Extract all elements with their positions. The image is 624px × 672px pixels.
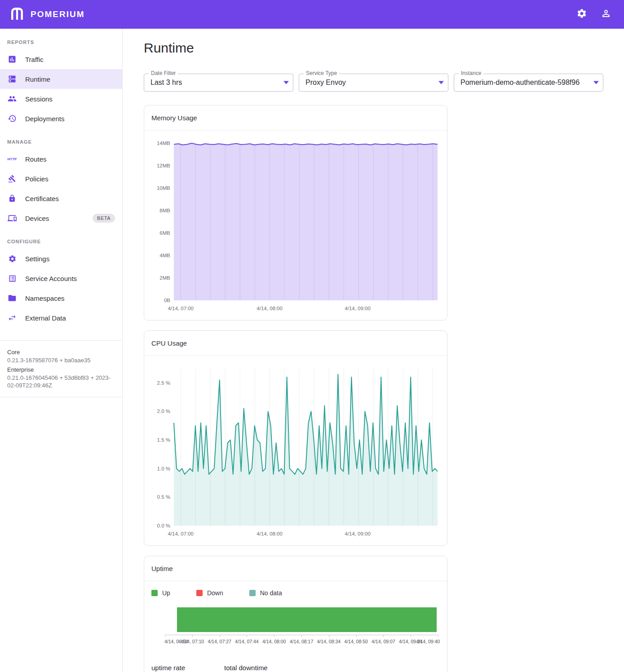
history-icon bbox=[7, 114, 17, 123]
sidebar-item-sessions[interactable]: Sessions bbox=[0, 89, 122, 109]
sidebar-item-settings[interactable]: Settings bbox=[0, 249, 122, 268]
svg-text:8MB: 8MB bbox=[159, 208, 170, 213]
service-type-select[interactable]: Service Type Proxy Envoy bbox=[299, 74, 448, 92]
svg-text:1.0 %: 1.0 % bbox=[157, 466, 170, 471]
instance-label: Instance bbox=[459, 70, 483, 76]
svg-text:14MB: 14MB bbox=[157, 141, 170, 146]
sidebar-item-label: Policies bbox=[25, 175, 49, 183]
devices-icon bbox=[7, 213, 17, 223]
sidebar-item-label: Certificates bbox=[25, 195, 59, 202]
sidebar-item-service-accounts[interactable]: Service Accounts bbox=[0, 268, 122, 288]
sidebar-item-certificates[interactable]: Certificates bbox=[0, 189, 122, 208]
cpu-usage-chart: 0.0 %0.5 %1.0 %1.5 %2.0 %2.5 %4/14, 07:0… bbox=[149, 363, 443, 539]
instance-value: Pomerium-demo-authenticate-598f96 bbox=[460, 79, 580, 87]
sidebar: REPORTS Traffic Runtime Sessions Deploym… bbox=[0, 29, 123, 672]
uptime-axis-tick bbox=[165, 635, 165, 637]
uptime-axis-label: 4/14, 09:07 bbox=[372, 639, 395, 644]
total-downtime-label: total downtime bbox=[224, 664, 297, 672]
svg-text:4MB: 4MB bbox=[159, 253, 170, 258]
enterprise-version-value: 0.21.0-1676045406 + 53d6bf83 + 2023-02-0… bbox=[7, 374, 115, 390]
settings-gear-button[interactable] bbox=[573, 5, 591, 23]
sidebar-item-label: Devices bbox=[25, 215, 49, 222]
bar-chart-icon bbox=[7, 54, 17, 64]
gear-icon bbox=[576, 8, 587, 21]
memory-usage-chart: 0B2MB4MB6MB8MB10MB12MB14MB4/14, 07:004/1… bbox=[149, 138, 443, 314]
chevron-down-icon bbox=[283, 81, 289, 84]
version-info: Core 0.21.3-1679587076 + ba0aae35 Enterp… bbox=[0, 340, 122, 397]
core-version-label: Core bbox=[7, 349, 115, 356]
sidebar-item-devices[interactable]: Devices BETA bbox=[0, 208, 122, 228]
uptime-axis-label: 4/14, 08:00 bbox=[262, 639, 286, 644]
beta-badge: BETA bbox=[93, 214, 115, 223]
svg-text:4/14, 07:00: 4/14, 07:00 bbox=[168, 531, 194, 536]
brand[interactable]: POMERIUM bbox=[9, 6, 85, 22]
svg-text:0.5 %: 0.5 % bbox=[157, 494, 170, 500]
svg-text:12MB: 12MB bbox=[157, 163, 170, 168]
people-icon bbox=[7, 94, 17, 104]
uptime-card: Uptime Up Down No data 4/14, 06:544/14, … bbox=[144, 556, 447, 672]
uptime-title: Uptime bbox=[144, 556, 447, 581]
memory-usage-card: Memory Usage 0B2MB4MB6MB8MB10MB12MB14MB4… bbox=[144, 105, 447, 321]
lock-icon bbox=[7, 193, 17, 203]
sidebar-item-traffic[interactable]: Traffic bbox=[0, 49, 122, 69]
main-content: Runtime Date Filter Last 3 hrs Service T… bbox=[123, 29, 624, 672]
folder-icon bbox=[7, 293, 17, 303]
svg-text:6MB: 6MB bbox=[159, 230, 170, 236]
svg-text:2.0 %: 2.0 % bbox=[157, 408, 170, 414]
svg-text:4/14, 08:00: 4/14, 08:00 bbox=[257, 306, 283, 311]
chevron-down-icon bbox=[438, 81, 444, 84]
date-filter-select[interactable]: Date Filter Last 3 hrs bbox=[144, 74, 293, 92]
sidebar-item-runtime[interactable]: Runtime bbox=[0, 69, 122, 89]
svg-text:10MB: 10MB bbox=[157, 185, 170, 191]
sidebar-item-label: Sessions bbox=[25, 95, 53, 103]
section-configure: CONFIGURE bbox=[0, 228, 122, 249]
uptime-axis-label: 4/14, 07:44 bbox=[235, 639, 259, 644]
uptime-legend: Up Down No data bbox=[151, 589, 440, 597]
uptime-axis-tick bbox=[356, 635, 357, 637]
uptime-axis-label: 4/14, 07:10 bbox=[181, 639, 204, 644]
list-icon bbox=[7, 273, 17, 283]
date-filter-value: Last 3 hrs bbox=[150, 79, 182, 87]
sidebar-item-label: Deployments bbox=[25, 115, 65, 123]
pomerium-logo-icon bbox=[9, 6, 25, 22]
dns-icon bbox=[7, 74, 17, 84]
chevron-down-icon bbox=[593, 81, 599, 84]
svg-text:4/14, 07:00: 4/14, 07:00 bbox=[168, 306, 194, 311]
sidebar-item-namespaces[interactable]: Namespaces bbox=[0, 288, 122, 308]
instance-select[interactable]: Instance Pomerium-demo-authenticate-598f… bbox=[454, 74, 603, 92]
legend-item-up: Up bbox=[151, 589, 170, 597]
uptime-axis-label: 4/14, 08:50 bbox=[344, 639, 368, 644]
section-reports: REPORTS bbox=[0, 29, 122, 49]
legend-item-down: Down bbox=[196, 589, 223, 597]
section-manage: MANAGE bbox=[0, 128, 122, 149]
up-swatch bbox=[151, 590, 158, 596]
nodata-swatch bbox=[249, 590, 256, 596]
sidebar-item-label: Settings bbox=[25, 255, 49, 263]
sync-icon bbox=[7, 313, 17, 323]
uptime-axis-label: 4/14, 07:27 bbox=[208, 639, 231, 644]
sidebar-item-deployments[interactable]: Deployments bbox=[0, 109, 122, 128]
legend-label-nodata: No data bbox=[260, 589, 282, 597]
svg-text:4/14, 09:00: 4/14, 09:00 bbox=[345, 531, 371, 536]
sidebar-item-label: Routes bbox=[25, 155, 47, 163]
person-icon bbox=[601, 8, 611, 21]
down-swatch bbox=[196, 590, 203, 596]
svg-text:1.5 %: 1.5 % bbox=[157, 437, 170, 443]
svg-text:0.0 %: 0.0 % bbox=[157, 523, 170, 528]
sidebar-item-label: Service Accounts bbox=[25, 275, 77, 282]
uptime-bar-segment bbox=[177, 607, 437, 632]
service-type-label: Service Type bbox=[304, 70, 339, 76]
sidebar-item-external-data[interactable]: External Data bbox=[0, 308, 122, 328]
account-button[interactable] bbox=[597, 5, 615, 23]
http-icon: HTTP bbox=[7, 154, 17, 164]
sidebar-item-label: Namespaces bbox=[25, 294, 65, 302]
sidebar-item-label: External Data bbox=[25, 314, 66, 322]
uptime-axis-tick bbox=[411, 635, 411, 637]
legend-label-up: Up bbox=[162, 589, 170, 597]
uptime-axis-tick bbox=[247, 635, 247, 637]
uptime-axis-tick bbox=[301, 635, 302, 637]
core-version-value: 0.21.3-1679587076 + ba0aae35 bbox=[7, 356, 115, 365]
sidebar-item-routes[interactable]: HTTP Routes bbox=[0, 149, 122, 169]
cpu-usage-card: CPU Usage 0.0 %0.5 %1.0 %1.5 %2.0 %2.5 %… bbox=[144, 330, 447, 546]
sidebar-item-policies[interactable]: Policies bbox=[0, 169, 122, 189]
